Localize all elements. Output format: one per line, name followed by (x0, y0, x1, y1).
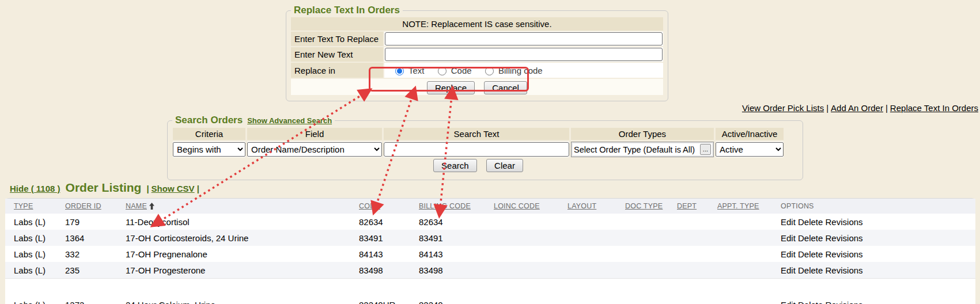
header-action-links: View Order Pick Lists|Add An Order|Repla… (742, 103, 978, 113)
replace-form-title: Replace Text In Orders (291, 5, 403, 16)
type-column-header[interactable]: TYPE (14, 202, 65, 210)
cell-order-id: 332 (65, 249, 126, 259)
cell-type: Labs (L) (14, 217, 65, 227)
hide-count-link[interactable]: Hide ( 1108 ) (10, 184, 60, 193)
order-types-browse-button[interactable]: ... (700, 144, 711, 155)
cell-options[interactable]: Edit Delete Revisions (781, 217, 975, 227)
cell-order-id: 179 (65, 217, 126, 227)
replace-button[interactable]: Replace (427, 81, 475, 94)
text-to-replace-input[interactable] (385, 32, 663, 45)
cell-billing-code: 82340 (419, 300, 494, 304)
pipe: | (146, 184, 149, 193)
order-listing-title: Order Listing (66, 181, 142, 195)
field-select[interactable]: Order Name/Description (247, 142, 382, 157)
cell-type: Labs (L) (14, 300, 65, 304)
radio-label: Billing code (498, 66, 543, 75)
cell-code: 82340UR (359, 300, 419, 304)
case-sensitive-note: NOTE: Replacement IS case sensitive. (291, 17, 663, 31)
replace-in-radio-group: Text Code Billing code (384, 63, 663, 78)
cell-options[interactable]: Edit Delete Revisions (781, 249, 975, 259)
criteria-select[interactable]: Begins with (173, 142, 245, 157)
cell-type: Labs (L) (14, 265, 65, 275)
criteria-column-header: Criteria (173, 128, 245, 140)
field-column-header: Field (247, 128, 382, 140)
cell-code: 84143 (359, 249, 419, 259)
cancel-button[interactable]: Cancel (484, 81, 527, 94)
new-text-label: Enter New Text (291, 47, 383, 62)
cell-name: 17-OH Corticosteroids, 24 Urine (126, 233, 359, 243)
clear-button[interactable]: Clear (486, 159, 523, 172)
search-orders-title: Search Orders (175, 115, 243, 126)
order-types-picker[interactable]: Select Order Type (Default is All) ... (571, 142, 714, 157)
order-listing-header: Hide ( 1108 ) Order Listing |Show CSV| (10, 181, 199, 195)
billing-code-column-header[interactable]: BILLING CODE (419, 202, 494, 210)
cell-code: 83491 (359, 233, 419, 243)
pipe: | (197, 184, 199, 193)
cell-options[interactable]: Edit Delete Revisions (781, 265, 975, 275)
table-row-partial: Labs (L) 1373 24 Hour Calcium, Urine 823… (5, 297, 975, 304)
doc-type-column-header[interactable]: DOC TYPE (625, 202, 677, 210)
active-inactive-column-header: Active/Inactive (716, 128, 784, 140)
show-csv-link[interactable]: Show CSV (152, 184, 195, 193)
order-types-column-header: Order Types (571, 128, 714, 140)
search-button[interactable]: Search (433, 159, 477, 172)
layout-column-header[interactable]: LAYOUT (567, 202, 625, 210)
cell-code: 83498 (359, 265, 419, 275)
replace-text-in-orders-link[interactable]: Replace Text In Orders (890, 103, 978, 113)
link-separator: | (826, 103, 828, 113)
loinc-code-column-header[interactable]: LOINC CODE (494, 202, 567, 210)
table-row: Labs (L) 1364 17-OH Corticosteroids, 24 … (5, 230, 975, 246)
table-row: Labs (L) 179 11-Deoxycortisol 82634 8263… (5, 214, 975, 230)
listing-header-row: TYPE ORDER ID NAME CODE BILLING CODE LOI… (5, 199, 975, 214)
cell-name: 11-Deoxycortisol (126, 217, 359, 227)
link-separator: | (886, 103, 888, 113)
options-column-header: OPTIONS (781, 202, 975, 210)
cell-name: 17-OH Pregnenalone (126, 249, 359, 259)
active-inactive-select[interactable]: Active (716, 142, 784, 157)
cell-billing-code: 83491 (419, 233, 494, 243)
view-order-pick-lists-link[interactable]: View Order Pick Lists (742, 103, 824, 113)
search-orders-form: Search OrdersShow Advanced Search Criter… (167, 115, 803, 180)
replace-in-option-billing-code[interactable]: Billing code (482, 66, 543, 75)
replace-in-option-text[interactable]: Text (392, 66, 427, 75)
cell-type: Labs (L) (14, 249, 65, 259)
show-advanced-search-link[interactable]: Show Advanced Search (247, 116, 332, 125)
replace-in-radio[interactable] (438, 67, 447, 75)
replace-in-radio[interactable] (395, 67, 404, 75)
cell-order-id: 235 (65, 265, 126, 275)
appt-type-column-header[interactable]: APPT. TYPE (717, 202, 781, 210)
cell-order-id: 1364 (65, 233, 126, 243)
cell-order-id: 1373 (65, 300, 126, 304)
table-row: Labs (L) 235 17-OH Progesterone 83498 83… (5, 262, 975, 278)
order-id-column-header[interactable]: ORDER ID (65, 202, 126, 210)
search-text-column-header: Search Text (384, 128, 569, 140)
table-row: Labs (L) 332 17-OH Pregnenalone 84143 84… (5, 246, 975, 262)
radio-label: Text (408, 66, 425, 75)
cell-billing-code: 83498 (419, 265, 494, 275)
code-column-header[interactable]: CODE (359, 202, 419, 210)
cell-options[interactable]: Edit Delete Revisions (781, 300, 975, 304)
sort-up-icon (149, 203, 154, 210)
new-text-input[interactable] (385, 48, 663, 61)
cell-billing-code: 84143 (419, 249, 494, 259)
cell-options[interactable]: Edit Delete Revisions (781, 233, 975, 243)
search-text-input[interactable] (384, 142, 569, 157)
radio-label: Code (451, 66, 472, 75)
replace-text-form: Replace Text In Orders NOTE: Replacement… (286, 5, 668, 101)
cell-name: 24 Hour Calcium, Urine (126, 300, 359, 304)
cell-billing-code: 82634 (419, 217, 494, 227)
show-csv-wrap: |Show CSV| (146, 184, 199, 193)
name-column-header[interactable]: NAME (126, 202, 359, 210)
replace-in-option-code[interactable]: Code (435, 66, 474, 75)
cell-code: 82634 (359, 217, 419, 227)
text-to-replace-label: Enter Text To Replace (291, 32, 383, 46)
order-listing-table: TYPE ORDER ID NAME CODE BILLING CODE LOI… (5, 198, 975, 304)
order-types-value: Select Order Type (Default is All) (574, 145, 697, 154)
cell-type: Labs (L) (14, 233, 65, 243)
row-gap (5, 278, 975, 297)
replace-in-radio[interactable] (485, 67, 494, 75)
replace-in-label: Replace in (291, 63, 383, 78)
add-an-order-link[interactable]: Add An Order (831, 103, 883, 113)
dept-column-header[interactable]: DEPT (677, 202, 717, 210)
cell-name: 17-OH Progesterone (126, 265, 359, 275)
